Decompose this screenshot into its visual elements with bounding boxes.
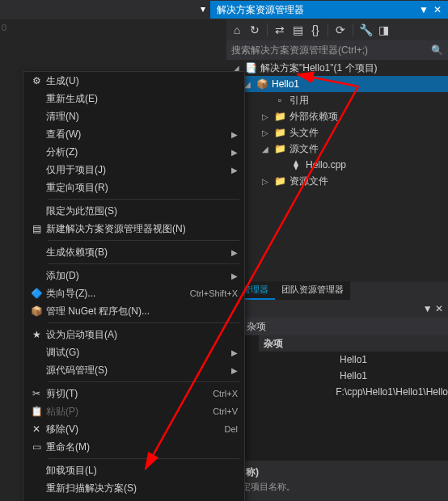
sync-icon[interactable]: ⇄	[273, 23, 287, 37]
prop-label	[259, 384, 336, 400]
dropdown-arrow-icon[interactable]: ▾	[201, 3, 205, 15]
tree-node[interactable]: ◢📁源文件	[226, 141, 448, 157]
expander-icon[interactable]: ▷	[260, 112, 270, 121]
tree-node[interactable]: ▷📁资源文件	[226, 173, 448, 189]
menu-item[interactable]: 🔷类向导(Z)...Ctrl+Shift+X	[23, 284, 244, 302]
menu-item[interactable]: 重新扫描解决方案(S)	[23, 479, 244, 497]
property-row[interactable]: F:\cpp\Hello1\Hello1\Hello	[259, 384, 448, 400]
menu-label: 粘贴(P)	[46, 405, 213, 419]
expander-icon[interactable]: ▷	[260, 128, 270, 137]
solution-toolbar: ⌂ ↻ ⇄ ▤ {} ⟳ 🔧 ◨	[226, 19, 448, 40]
menu-item[interactable]: 分析(Z)▶	[23, 143, 244, 161]
menu-item[interactable]: ✂剪切(T)Ctrl+X	[23, 385, 244, 402]
tree-node[interactable]: ▷📁外部依赖项	[226, 108, 448, 124]
menu-label: 重新扫描解决方案(S)	[46, 482, 238, 495]
property-category[interactable]: 杂项	[259, 335, 448, 352]
menu-item[interactable]: 重定向项目(R)	[23, 179, 244, 196]
menu-item[interactable]: 仅用于项目(J)▶	[23, 161, 244, 179]
menu-label: 限定为此范围(S)	[46, 204, 238, 218]
menu-item[interactable]: 📦管理 NuGet 程序包(N)...	[23, 302, 244, 320]
menu-item[interactable]: 显示浏览数据库错误	[23, 497, 244, 501]
prop-label	[259, 352, 340, 368]
split-icon[interactable]: ◨	[376, 23, 391, 37]
menu-shortcut: Ctrl+X	[213, 389, 238, 398]
node-label: Hello.cpp	[306, 159, 346, 171]
node-label: 外部依赖项	[290, 110, 338, 124]
menu-label: 查看(W)	[46, 128, 226, 141]
tree-node[interactable]: ▷📁头文件	[226, 124, 448, 141]
tab[interactable]: 团队资源管理器	[275, 281, 350, 300]
node-label: 头文件	[290, 126, 319, 140]
menu-item[interactable]: 查看(W)▶	[23, 125, 244, 143]
close-panel-icon[interactable]: ✕	[433, 4, 442, 15]
menu-label: 分析(Z)	[46, 145, 226, 159]
property-row[interactable]: Hello1	[259, 368, 448, 384]
menu-separator	[48, 240, 239, 241]
menu-label: 清理(N)	[46, 110, 238, 124]
window-header: ▾ 解决方案资源管理器 ▼ ✕	[0, 0, 448, 19]
history-icon[interactable]: ⟳	[333, 23, 348, 37]
menu-item[interactable]: 限定为此范围(S)	[23, 202, 244, 220]
filter-icon[interactable]: 杂项	[247, 320, 266, 334]
property-grid: Hello1Hello1F:\cpp\Hello1\Hello1\Hello	[259, 352, 448, 400]
properties-icon[interactable]: {}	[308, 23, 323, 37]
menu-item[interactable]: 添加(D)▶	[23, 267, 244, 284]
class-wizard-icon: 🔷	[27, 288, 46, 299]
chevron-right-icon: ▶	[226, 348, 238, 357]
line-number: 0	[2, 23, 6, 32]
nav-icon[interactable]: ↻	[247, 23, 262, 37]
menu-label: 重命名(M)	[46, 440, 238, 454]
node-label: 引用	[290, 94, 309, 107]
panel-title-bar: 解决方案资源管理器 ▼ ✕	[210, 1, 448, 19]
menu-item[interactable]: 重新生成(E)	[23, 90, 244, 107]
solution-node[interactable]: ◢ 📑 解决方案"Hello1"(1 个项目)	[226, 60, 448, 76]
menu-item[interactable]: ✕移除(V)Del	[23, 420, 244, 438]
prop-desc-title: (名称)	[233, 465, 442, 479]
menu-item[interactable]: ▤新建解决方案资源管理器视图(N)	[23, 220, 244, 238]
properties-header: ▼ ✕	[226, 300, 448, 318]
property-row[interactable]: Hello1	[259, 352, 448, 368]
ref-icon: ▫	[273, 95, 286, 106]
home-icon[interactable]: ⌂	[230, 23, 244, 37]
prop-value: F:\cpp\Hello1\Hello1\Hello	[336, 384, 448, 400]
show-all-icon[interactable]: ▤	[290, 23, 305, 37]
tree-node[interactable]: ⧫Hello.cpp	[226, 157, 448, 173]
dropdown-icon[interactable]: ▼ ✕	[423, 303, 443, 314]
panel-menu-icon[interactable]: ▼	[419, 4, 429, 15]
menu-item[interactable]: 清理(N)	[23, 107, 244, 125]
search-bar[interactable]: 搜索解决方案资源管理器(Ctrl+;) 🔍	[226, 40, 448, 60]
menu-separator	[48, 381, 239, 382]
delete-icon: ✕	[27, 423, 46, 435]
menu-label: 类向导(Z)...	[46, 287, 190, 301]
menu-separator	[48, 322, 239, 323]
tree-node[interactable]: ▫引用	[226, 92, 448, 108]
expander-icon[interactable]: ▷	[260, 177, 270, 186]
cpp-icon: ⧫	[290, 159, 302, 171]
menu-label: 调试(G)	[46, 346, 226, 360]
solution-label: 解决方案"Hello1"(1 个项目)	[260, 61, 378, 75]
menu-item[interactable]: 源代码管理(S)▶	[23, 361, 244, 379]
property-description: (名称) 指定项目名称。	[226, 461, 448, 501]
prop-desc-body: 指定项目名称。	[233, 481, 442, 493]
chevron-right-icon: ▶	[226, 130, 238, 139]
context-menu: ⚙生成(U)重新生成(E)清理(N)查看(W)▶分析(Z)▶仅用于项目(J)▶重…	[23, 71, 245, 501]
wrench-icon[interactable]: 🔧	[358, 23, 373, 37]
prop-label	[259, 368, 340, 384]
menu-item[interactable]: ⚙生成(U)	[23, 72, 244, 90]
build-icon: ⚙	[27, 75, 46, 86]
menu-label: 新建解决方案资源管理器视图(N)	[46, 222, 238, 236]
menu-item[interactable]: 调试(G)▶	[23, 343, 244, 361]
paste-icon: 📋	[27, 406, 46, 417]
project-node[interactable]: ◢ 📦 Hello1	[226, 76, 448, 92]
menu-item[interactable]: ★设为启动项目(A)	[23, 326, 244, 343]
menu-item[interactable]: 生成依赖项(B)▶	[23, 243, 244, 261]
menu-shortcut: Ctrl+V	[213, 406, 238, 416]
star-icon: ★	[27, 329, 46, 340]
menu-item[interactable]: 卸载项目(L)	[23, 461, 244, 479]
search-icon[interactable]: 🔍	[431, 44, 443, 56]
expander-icon[interactable]: ◢	[260, 145, 270, 154]
panel-tabs: 源管理器团队资源管理器	[226, 282, 448, 300]
menu-shortcut: Del	[224, 424, 238, 434]
menu-separator	[48, 263, 239, 264]
menu-item[interactable]: ▭重命名(M)	[23, 438, 244, 456]
